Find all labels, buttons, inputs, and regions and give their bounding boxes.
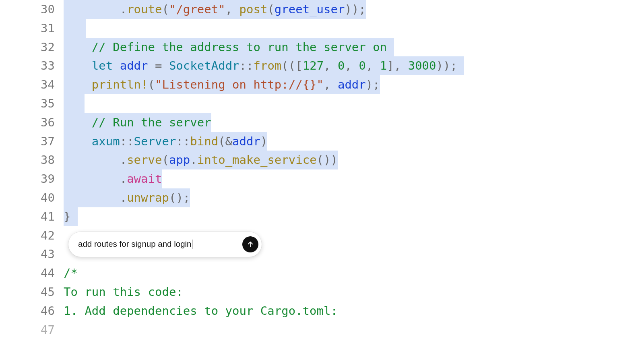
line-number: 34 — [0, 75, 55, 94]
code-line[interactable]: println!("Listening on http://{}", addr)… — [64, 75, 644, 94]
line-number: 31 — [0, 19, 55, 38]
line-number: 35 — [0, 94, 55, 113]
line-number: 47 — [0, 320, 55, 339]
code-line[interactable]: .route("/greet", post(greet_user)); — [64, 0, 644, 19]
code-line[interactable]: axum::Server::bind(&addr) — [64, 132, 644, 151]
code-line[interactable]: add routes for signup and login — [64, 226, 644, 245]
line-number: 46 — [0, 302, 55, 320]
line-number: 44 — [0, 264, 55, 283]
line-number: 33 — [0, 56, 55, 75]
line-number: 36 — [0, 113, 55, 132]
code-line[interactable]: /* — [64, 264, 644, 283]
text-caret — [192, 240, 193, 249]
arrow-up-icon — [247, 241, 254, 248]
line-number: 43 — [0, 245, 55, 264]
code-editor[interactable]: 30 31 32 33 34 35 36 37 38 39 40 41 42 4… — [0, 0, 644, 339]
code-line[interactable]: let addr = SocketAddr::from(([127, 0, 0,… — [64, 56, 644, 75]
code-line[interactable]: .unwrap(); — [64, 188, 644, 207]
prompt-input[interactable]: add routes for signup and login — [78, 238, 242, 251]
line-number: 30 — [0, 0, 55, 19]
line-number: 42 — [0, 226, 55, 245]
prompt-text: add routes for signup and login — [78, 239, 192, 248]
code-line[interactable] — [64, 320, 644, 339]
code-line[interactable]: .serve(app.into_make_service()) — [64, 151, 644, 169]
line-number: 40 — [0, 188, 55, 207]
line-number-gutter: 30 31 32 33 34 35 36 37 38 39 40 41 42 4… — [0, 0, 64, 339]
code-line[interactable] — [64, 19, 644, 38]
code-line[interactable]: 1. Add dependencies to your Cargo.toml: — [64, 302, 644, 320]
line-number: 32 — [0, 38, 55, 57]
line-number: 37 — [0, 132, 55, 151]
code-line[interactable]: .await — [64, 169, 644, 188]
code-area[interactable]: .route("/greet", post(greet_user)); // D… — [64, 0, 644, 339]
line-number: 41 — [0, 207, 55, 226]
line-number: 38 — [0, 151, 55, 169]
send-button[interactable] — [242, 236, 258, 252]
code-line[interactable]: // Run the server — [64, 113, 644, 132]
line-number: 45 — [0, 283, 55, 302]
code-line[interactable] — [64, 94, 644, 113]
code-line[interactable]: // Define the address to run the server … — [64, 38, 644, 57]
code-line[interactable]: } — [64, 207, 644, 226]
line-number: 39 — [0, 169, 55, 188]
code-line[interactable]: To run this code: — [64, 283, 644, 302]
inline-ai-prompt[interactable]: add routes for signup and login — [68, 232, 262, 257]
